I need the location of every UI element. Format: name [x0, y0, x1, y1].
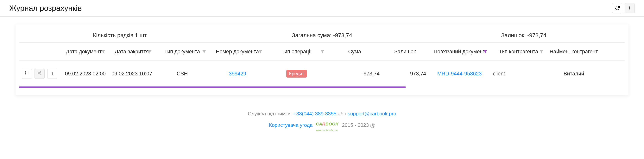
or-text: або: [338, 111, 348, 116]
svg-rect-2: [25, 72, 26, 72]
td-doc-type: CSH: [155, 71, 209, 77]
th-ca-type: Тип контрагента: [490, 43, 547, 60]
td-balance: -973,74: [382, 71, 428, 77]
plus-icon: [627, 6, 632, 11]
th-doc-type: Тип документа: [155, 43, 209, 60]
row-info-button[interactable]: i: [47, 69, 58, 79]
years-text: 2015 - 2023: [342, 122, 370, 128]
th-label: Дата закриття: [115, 48, 149, 55]
th-label: Пов'язаний документ: [434, 48, 485, 55]
summary-row: Кількість рядків 1 шт. Загальна сума: -9…: [20, 24, 624, 43]
th-close-date: Дата закриття: [108, 43, 155, 60]
svg-point-8: [40, 74, 41, 75]
td-sum: -973,74: [328, 71, 382, 77]
td-close-date: 09.02.2023 10:07: [108, 71, 155, 77]
td-ca-type: client: [490, 71, 547, 77]
th-balance: Залишок: [382, 43, 428, 60]
user-agreement-link[interactable]: Користувача угода: [269, 122, 312, 128]
filter-icon[interactable]: [101, 50, 106, 54]
brand-logo: CARBOOK cause we love the cars: [316, 119, 338, 132]
td-actions: i: [20, 69, 62, 79]
carbook-logo-icon: CARBOOK: [316, 122, 338, 126]
doc-num-link[interactable]: 399429: [229, 71, 246, 77]
th-label: Наймен. контрагент: [550, 48, 598, 55]
th-label: Тип операції: [281, 48, 312, 55]
th-related-doc: Пов'язаний документ: [428, 43, 490, 60]
th-sum: Сума: [328, 43, 382, 60]
th-label: Тип документа: [164, 48, 200, 55]
tree-icon: [37, 71, 42, 76]
summary-rows-count: Кількість рядків 1 шт.: [20, 32, 221, 38]
th-op-type: Тип операції: [266, 43, 328, 60]
info-icon: i: [52, 71, 53, 76]
td-doc-num: 399429: [209, 71, 266, 77]
footer: Служба підтримки: +38(044) 389-3355 або …: [0, 108, 644, 132]
registered-icon: R: [370, 124, 375, 128]
td-op-type: Кредит: [266, 70, 328, 78]
row-tree-button[interactable]: [34, 69, 44, 79]
table: Дата документа Дата закриття Тип докумен…: [20, 43, 624, 86]
td-related-doc: MRD-9444-958623: [428, 71, 490, 77]
svg-point-6: [38, 73, 39, 74]
th-label: Тип контрагента: [499, 48, 538, 55]
svg-rect-3: [25, 74, 26, 74]
filter-icon[interactable]: [483, 50, 488, 54]
header-actions: [612, 3, 635, 13]
th-doc-num: Номер документа: [209, 43, 266, 60]
svg-point-7: [40, 72, 41, 72]
content-card: Кількість рядків 1 шт. Загальна сума: -9…: [16, 24, 628, 95]
table-body: i 09.02.2023 02:00 09.02.2023 10:07 CSH …: [20, 61, 624, 86]
support-phone-link[interactable]: +38(044) 389-3355: [293, 111, 336, 116]
th-label: Сума: [348, 48, 361, 55]
add-button[interactable]: [624, 3, 635, 13]
filter-icon[interactable]: [258, 50, 263, 54]
credit-badge: Кредит: [286, 70, 307, 78]
th-ca-name: Наймен. контрагент: [547, 43, 601, 60]
support-email-link[interactable]: support@carbook.pro: [348, 111, 396, 116]
summary-total-sum: Загальна сума: -973,74: [221, 32, 423, 38]
summary-balance: Залишок: -973,74: [423, 32, 624, 38]
td-doc-date: 09.02.2023 02:00: [62, 71, 108, 77]
brand-tagline: cause we love the cars: [316, 128, 338, 132]
refresh-icon: [615, 6, 620, 11]
th-actions: [20, 43, 62, 60]
filter-icon[interactable]: [202, 50, 206, 54]
td-ca-name: Виталий: [547, 71, 601, 77]
th-label: Дата документа: [66, 48, 104, 55]
scroll-progress-bar[interactable]: [20, 86, 406, 88]
refresh-button[interactable]: [612, 3, 622, 13]
page-title: Журнал розрахунків: [9, 4, 82, 12]
table-row: i 09.02.2023 02:00 09.02.2023 10:07 CSH …: [20, 61, 624, 86]
filter-icon[interactable]: [148, 50, 152, 54]
document-detail-icon: [24, 71, 29, 76]
support-label: Служба підтримки:: [248, 111, 293, 116]
table-header: Дата документа Дата закриття Тип докумен…: [20, 43, 624, 61]
filter-icon[interactable]: [320, 50, 325, 54]
th-label: Номер документа: [216, 48, 259, 55]
row-detail-button[interactable]: [22, 69, 32, 79]
th-label: Залишок: [394, 48, 416, 55]
filter-icon[interactable]: [539, 50, 544, 54]
th-doc-date: Дата документа: [62, 43, 108, 60]
related-doc-link[interactable]: MRD-9444-958623: [437, 71, 482, 77]
